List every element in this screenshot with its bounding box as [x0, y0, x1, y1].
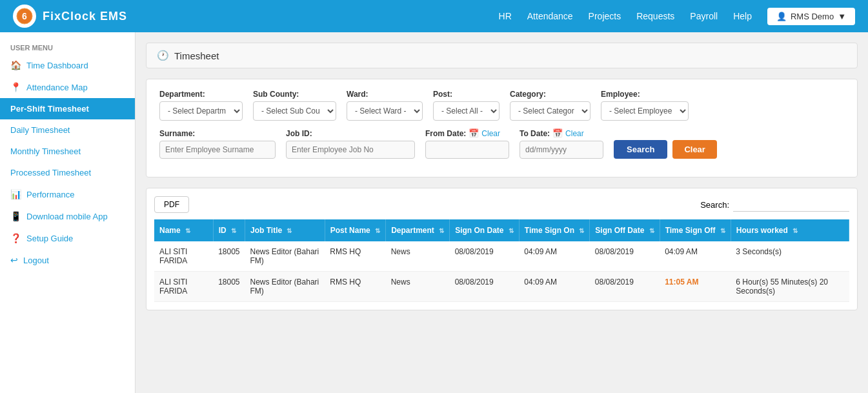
search-button[interactable]: Search: [614, 140, 667, 159]
col-time-sign-off[interactable]: Time Sign Off ⇅: [660, 219, 731, 241]
from-date-calendar-icon[interactable]: 📅: [469, 128, 479, 138]
cell-id: 18005: [213, 241, 245, 272]
nav-attendance[interactable]: Attendance: [527, 11, 573, 21]
clear-button[interactable]: Clear: [672, 140, 717, 159]
subcounty-select[interactable]: - Select Sub Cou: [253, 101, 336, 121]
table-search-input[interactable]: [733, 197, 849, 212]
sidebar-item-monthly-timesheet[interactable]: Monthly Timesheet: [0, 141, 135, 162]
sidebar-item-per-shift-timesheet[interactable]: Per-Shift Timesheet: [0, 98, 135, 119]
cell-sign-off-date: 08/08/2019: [590, 241, 660, 272]
cell-sign-on-date: 08/08/2019: [450, 272, 520, 302]
from-date-filter: From Date: 📅 Clear 01/03/2018: [425, 128, 509, 159]
sidebar-item-download-app[interactable]: 📱 Download mobile App: [0, 205, 135, 227]
col-hours-worked[interactable]: Hours worked ⇅: [731, 219, 849, 241]
ward-label: Ward:: [347, 90, 423, 99]
employee-label: Employee:: [601, 90, 689, 99]
nav-help[interactable]: Help: [733, 11, 752, 21]
nav-requests[interactable]: Requests: [636, 11, 674, 21]
col-job-title[interactable]: Job Title ⇅: [245, 219, 325, 241]
cell-time-sign-on: 04:09 AM: [519, 241, 589, 272]
sidebar-item-daily-timesheet[interactable]: Daily Timesheet: [0, 119, 135, 141]
sort-arrows-id: ⇅: [231, 227, 236, 234]
surname-input[interactable]: [159, 141, 276, 159]
post-select[interactable]: - Select All -: [433, 101, 500, 121]
sort-arrows-sign-off-date: ⇅: [649, 227, 654, 234]
dropdown-arrow-icon: ▼: [838, 12, 846, 21]
subcounty-filter: Sub County: - Select Sub Cou: [253, 90, 336, 121]
jobid-filter: Job ID:: [286, 129, 415, 159]
sort-arrows-time-sign-on: ⇅: [579, 227, 584, 234]
sidebar: USER MENU 🏠 Time Dashboard 📍 Attendance …: [0, 32, 136, 393]
cell-post-name: RMS HQ: [325, 241, 385, 272]
col-sign-on-date[interactable]: Sign On Date ⇅: [450, 219, 520, 241]
sort-arrows-name: ⇅: [185, 227, 190, 234]
sidebar-item-label: Setup Guide: [26, 234, 73, 243]
sidebar-item-label: Monthly Timesheet: [10, 146, 81, 156]
to-date-input[interactable]: [520, 141, 603, 159]
nav-links: HR Attendance Projects Requests Payroll …: [499, 11, 752, 21]
post-label: Post:: [433, 90, 500, 99]
sidebar-item-time-dashboard[interactable]: 🏠 Time Dashboard: [0, 54, 135, 76]
logo-area: 6 FixClock EMS: [13, 5, 127, 28]
table-search-box: Search:: [700, 197, 849, 212]
sort-arrows-sign-on-date: ⇅: [509, 227, 514, 234]
table-row: ALI SITI FARIDA 18005 News Editor (Bahar…: [154, 241, 849, 272]
col-id[interactable]: ID ⇅: [213, 219, 245, 241]
surname-filter: Surname:: [159, 129, 276, 159]
sort-arrows-dept: ⇅: [439, 227, 444, 234]
post-filter: Post: - Select All -: [433, 90, 500, 121]
col-name[interactable]: Name ⇅: [154, 219, 213, 241]
cell-post-name: RMS HQ: [325, 272, 385, 302]
filter-section: Department: - Select Departm Sub County:…: [146, 79, 858, 177]
jobid-input[interactable]: [286, 141, 415, 159]
nav-hr[interactable]: HR: [499, 11, 512, 21]
nav-payroll[interactable]: Payroll: [690, 11, 718, 21]
to-date-calendar-icon[interactable]: 📅: [552, 128, 563, 138]
from-date-clear-link[interactable]: Clear: [481, 129, 500, 138]
sidebar-item-processed-timesheet[interactable]: Processed Timesheet: [0, 162, 135, 183]
cell-name: ALI SITI FARIDA: [154, 272, 213, 302]
action-buttons: Search Clear: [614, 128, 717, 159]
logo-icon: 6: [13, 5, 36, 28]
home-icon: 🏠: [10, 60, 21, 70]
col-department[interactable]: Department ⇅: [386, 219, 450, 241]
from-date-input[interactable]: 01/03/2018: [425, 141, 509, 159]
table-section: PDF Search: Name ⇅ ID ⇅: [146, 188, 858, 310]
col-sign-off-date[interactable]: Sign Off Date ⇅: [590, 219, 660, 241]
sidebar-item-setup-guide[interactable]: ❓ Setup Guide: [0, 227, 135, 249]
department-label: Department:: [159, 90, 243, 99]
employee-select[interactable]: - Select Employee: [601, 101, 689, 121]
category-label: Category:: [510, 90, 590, 99]
category-select[interactable]: - Select Categor: [510, 101, 590, 121]
col-post-name[interactable]: Post Name ⇅: [325, 219, 385, 241]
ward-select[interactable]: - Select Ward -: [347, 101, 423, 121]
table-header: Name ⇅ ID ⇅ Job Title ⇅ Post Name: [154, 219, 849, 241]
from-date-label: From Date:: [425, 129, 466, 138]
department-filter: Department: - Select Departm: [159, 90, 243, 121]
cell-time-sign-on: 04:09 AM: [519, 272, 589, 302]
table-row: ALI SITI FARIDA 18005 News Editor (Bahar…: [154, 272, 849, 302]
sidebar-item-label: Processed Timesheet: [10, 168, 91, 177]
cell-time-sign-off: 11:05 AM: [660, 272, 731, 302]
to-date-clear-link[interactable]: Clear: [565, 129, 584, 138]
sidebar-label: USER MENU: [0, 39, 135, 54]
department-select[interactable]: - Select Departm: [159, 101, 243, 121]
clock-icon: 🕐: [157, 50, 169, 61]
col-time-sign-on[interactable]: Time Sign On ⇅: [519, 219, 589, 241]
logout-icon: ↩: [10, 255, 18, 265]
sidebar-item-performance[interactable]: 📊 Performance: [0, 183, 135, 205]
user-menu-button[interactable]: 👤 RMS Demo ▼: [767, 8, 855, 25]
question-icon: ❓: [10, 233, 21, 243]
cell-id: 18005: [213, 272, 245, 302]
cell-sign-on-date: 08/08/2019: [450, 241, 520, 272]
app-name: FixClock EMS: [43, 10, 127, 23]
sort-arrows-time-sign-off: ⇅: [720, 227, 725, 234]
pdf-button[interactable]: PDF: [154, 196, 189, 213]
nav-projects[interactable]: Projects: [589, 11, 621, 21]
top-navigation: 6 FixClock EMS HR Attendance Projects Re…: [0, 0, 868, 32]
sidebar-item-label: Performance: [26, 190, 74, 199]
sidebar-item-logout[interactable]: ↩ Logout: [0, 249, 135, 271]
sidebar-item-attendance-map[interactable]: 📍 Attendance Map: [0, 76, 135, 98]
chart-icon: 📊: [10, 189, 21, 199]
timesheet-table: Name ⇅ ID ⇅ Job Title ⇅ Post Name: [154, 219, 849, 302]
